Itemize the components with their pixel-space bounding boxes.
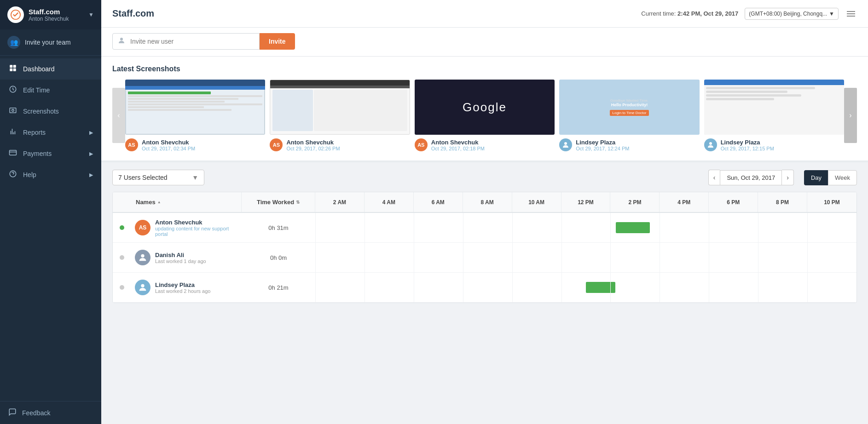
invite-icon: 👥	[7, 36, 20, 49]
th-time-worked[interactable]: Time Worked ⇅	[242, 192, 315, 212]
screenshots-list: AS Anton Shevchuk Oct 29, 2017, 02:34 PM	[125, 80, 844, 151]
timezone-select[interactable]: (GMT+08:00) Beijing, Chongq... ▼	[745, 8, 839, 20]
date-next-button[interactable]: ›	[782, 170, 794, 185]
reports-icon	[8, 127, 17, 138]
hour-2pm-1	[610, 213, 660, 242]
screenshot-thumb-2[interactable]	[270, 80, 410, 135]
sidebar-item-payments[interactable]: Payments ▶	[0, 143, 101, 164]
screenshot-time-2: Oct 29, 2017, 02:26 PM	[286, 146, 340, 151]
sort-arrows-names: ▲	[157, 201, 161, 204]
avatar-lindsey	[135, 280, 150, 295]
users-select-dropdown[interactable]: 7 Users Selected ▼	[112, 170, 204, 185]
hour-6am-2	[414, 243, 463, 272]
table-row: Danish Ali Last worked 1 day ago 0h 0m	[113, 243, 856, 273]
status-indicator-online	[120, 225, 124, 230]
screenshot-item: AS Anton Shevchuk Oct 29, 2017, 02:34 PM	[125, 80, 265, 151]
avatar-danish	[135, 250, 150, 265]
sidebar-logo[interactable]: Staff.com Anton Shevchuk ▼	[0, 0, 101, 29]
th-2pm: 2 PM	[610, 192, 660, 212]
username-1: Anton Shevchuk	[155, 219, 238, 226]
chevron-right-icon-payments: ▶	[89, 151, 93, 157]
avatar-3: AS	[415, 138, 428, 151]
feedback-label: Feedback	[22, 409, 50, 417]
hour-4pm-3	[660, 273, 709, 302]
screenshot-username-2: Anton Shevchuk	[286, 139, 340, 146]
hour-2am-3	[315, 273, 365, 302]
invite-bar: Invite	[101, 28, 868, 57]
timezone-value: (GMT+08:00) Beijing, Chongq...	[749, 11, 827, 17]
time-worked-3: 0h 21m	[242, 280, 315, 296]
hour-4am-1	[365, 213, 414, 242]
svg-rect-8	[10, 150, 17, 155]
svg-point-13	[564, 142, 567, 145]
hour-10am-1	[512, 213, 561, 242]
status-indicator-offline-3	[120, 285, 124, 290]
avatar-5	[704, 138, 717, 151]
sidebar-invite-team[interactable]: 👥 Invite your team	[0, 29, 101, 56]
screenshot-time-1: Oct 29, 2017, 02:34 PM	[142, 146, 195, 151]
screenshot-item-2: AS Anton Shevchuk Oct 29, 2017, 02:26 PM	[270, 80, 410, 151]
username-2: Danish Ali	[155, 252, 206, 258]
logo-name: Staff.com	[29, 8, 69, 16]
screenshots-section: Latest Screenshots ‹	[101, 57, 868, 162]
sidebar-item-reports[interactable]: Reports ▶	[0, 122, 101, 143]
hour-8pm-3	[758, 273, 807, 302]
screenshot-username-3: Anton Shevchuk	[431, 139, 485, 146]
screenshot-item-5: Lindsey Plaza Oct 29, 2017, 12:15 PM	[704, 80, 844, 151]
sidebar-item-dashboard[interactable]: Dashboard	[0, 58, 101, 80]
view-day-button[interactable]: Day	[804, 170, 828, 185]
sidebar-item-help[interactable]: Help ▶	[0, 164, 101, 185]
view-week-button[interactable]: Week	[828, 170, 857, 185]
hour-8pm-2	[758, 243, 807, 272]
chevron-down-users-icon: ▼	[192, 174, 198, 181]
th-names[interactable]: Names ▲	[131, 192, 242, 212]
sidebar-item-label-reports: Reports	[23, 129, 46, 136]
hour-10am-3	[512, 273, 561, 302]
header-brand: Staff.com	[112, 8, 641, 19]
user-cell-2: Danish Ali Last worked 1 day ago	[131, 245, 242, 270]
svg-point-15	[141, 254, 144, 258]
user-cell-1: AS Anton Shevchuk updating content for n…	[131, 214, 242, 241]
status-cell-3	[113, 285, 131, 290]
screenshot-thumb-5[interactable]	[704, 80, 844, 135]
th-6pm: 6 PM	[709, 192, 758, 212]
screenshot-thumb-4[interactable]: Goodbye Wasted Time. Hello Productivity!…	[559, 80, 699, 135]
screenshot-thumb-3[interactable]: Google	[415, 80, 555, 135]
hour-8am-3	[463, 273, 512, 302]
user-avatar-icon	[113, 36, 130, 47]
edit-time-icon	[8, 85, 17, 95]
hour-10pm-2	[807, 243, 856, 272]
date-prev-button[interactable]: ‹	[708, 170, 720, 185]
username-3: Lindsey Plaza	[155, 281, 210, 288]
chevron-right-icon-help: ▶	[89, 172, 93, 178]
th-status	[113, 192, 131, 212]
logo-user: Anton Shevchuk	[29, 16, 69, 22]
activity-bar-1	[616, 222, 650, 233]
carousel-prev-button[interactable]: ‹	[112, 88, 125, 143]
th-4pm: 4 PM	[660, 192, 709, 212]
svg-rect-4	[13, 69, 16, 71]
screenshot-thumb-1[interactable]	[125, 80, 265, 135]
invite-new-user-input[interactable]	[130, 34, 259, 49]
sort-icon-time: ⇅	[296, 200, 300, 205]
svg-point-7	[12, 109, 14, 112]
svg-rect-2	[13, 65, 16, 68]
hour-6pm-3	[709, 273, 758, 302]
hour-6am-1	[414, 213, 463, 242]
th-8pm: 8 PM	[758, 192, 807, 212]
invite-button[interactable]: Invite	[260, 33, 295, 50]
avatar-anton: AS	[135, 220, 150, 235]
table-row: AS Anton Shevchuk updating content for n…	[113, 213, 856, 243]
screenshots-carousel: ‹	[112, 80, 857, 151]
timeline-section: 7 Users Selected ▼ ‹ Sun, Oct 29, 2017 ›…	[101, 162, 868, 303]
svg-rect-6	[10, 108, 16, 113]
hamburger-menu[interactable]	[845, 9, 857, 18]
sidebar-feedback[interactable]: Feedback	[0, 401, 101, 424]
sidebar-item-screenshots[interactable]: Screenshots	[0, 101, 101, 122]
screenshot-meta-4: Lindsey Plaza Oct 29, 2017, 12:24 PM	[559, 138, 699, 151]
screenshot-username-1: Anton Shevchuk	[142, 139, 195, 146]
carousel-next-button[interactable]: ›	[844, 88, 857, 143]
th-2am: 2 AM	[315, 192, 365, 212]
sidebar-nav: Dashboard Edit Time Screenshots Reports …	[0, 56, 101, 401]
sidebar-item-edit-time[interactable]: Edit Time	[0, 80, 101, 101]
